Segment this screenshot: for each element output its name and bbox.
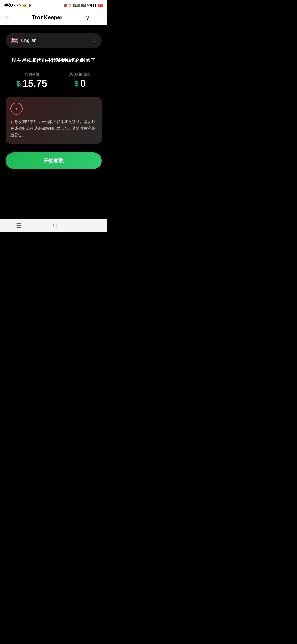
bottom-nav: ☰ □ ‹	[0, 219, 107, 232]
close-button[interactable]: ×	[4, 13, 10, 22]
received-balance-number: 0	[80, 78, 86, 89]
received-balance-value-row: $ 0	[74, 78, 86, 89]
headline-text: 现在是领取代币并转移到钱包的时候了	[6, 57, 102, 64]
back-button[interactable]: ‹	[84, 220, 97, 231]
flag-icon: 🇬🇧	[11, 37, 18, 44]
your-balance-item: 您的余额 $ 15.75	[16, 72, 47, 89]
start-claim-button[interactable]: 开始领取	[6, 152, 102, 169]
time-display: 半夜12:25	[4, 3, 21, 8]
received-balance-item: 您收到的金额 $ 0	[69, 72, 91, 89]
received-balance-currency: $	[74, 79, 79, 88]
your-balance-currency: $	[16, 79, 21, 88]
info-card: i 在分发期结束后，未领取的代币将被移除。请及时完成领取流程以确保您的代币安全。…	[6, 97, 102, 144]
more-options-button[interactable]: ⋮	[95, 13, 103, 22]
app-bar-actions: ∨ ⋮	[84, 13, 103, 22]
chevron-down-icon: ∨	[93, 38, 96, 43]
received-balance-label: 您收到的金额	[69, 72, 91, 77]
lang-left: 🇬🇧 English	[11, 37, 37, 44]
info-icon: i	[10, 103, 23, 115]
your-balance-label: 您的余额	[25, 72, 39, 77]
your-balance-number: 15.75	[23, 78, 47, 89]
language-label: English	[21, 38, 37, 43]
menu-button[interactable]: ☰	[11, 220, 27, 231]
status-bar-left: 半夜12:25 🐱 ✈	[4, 3, 31, 8]
vpn-badge: VPN	[73, 4, 80, 7]
cat-icon: 🐱	[22, 3, 27, 7]
home-button[interactable]: □	[48, 220, 62, 231]
telegram-icon: ✈	[28, 3, 31, 7]
app-bar: × TronKeeper ∨ ⋮	[0, 10, 107, 25]
language-selector[interactable]: 🇬🇧 English ∨	[6, 33, 102, 48]
hd-badge: HD	[81, 4, 86, 7]
info-card-text: 在分发期结束后，未领取的代币将被移除。请及时完成领取流程以确保您的代币安全。请随…	[10, 119, 97, 138]
chevron-down-button[interactable]: ∨	[84, 13, 91, 22]
app-title: TronKeeper	[32, 14, 62, 21]
status-bar: 半夜12:25 🐱 ✈ 🔕 ⏰ VPN HD 5G▌▌▌ 12	[0, 0, 107, 10]
main-content: 🇬🇧 English ∨ 现在是领取代币并转移到钱包的时候了 您的余额 $ 15…	[0, 25, 107, 219]
your-balance-value-row: $ 15.75	[16, 78, 47, 89]
signal-5g: 5G▌▌▌	[87, 4, 97, 7]
mute-icon: 🔕	[63, 4, 67, 7]
status-bar-right: 🔕 ⏰ VPN HD 5G▌▌▌ 12	[63, 4, 103, 7]
balance-section: 您的余额 $ 15.75 您收到的金额 $ 0	[6, 72, 102, 89]
alarm-icon: ⏰	[68, 4, 72, 7]
battery-icon: 12	[98, 4, 103, 7]
